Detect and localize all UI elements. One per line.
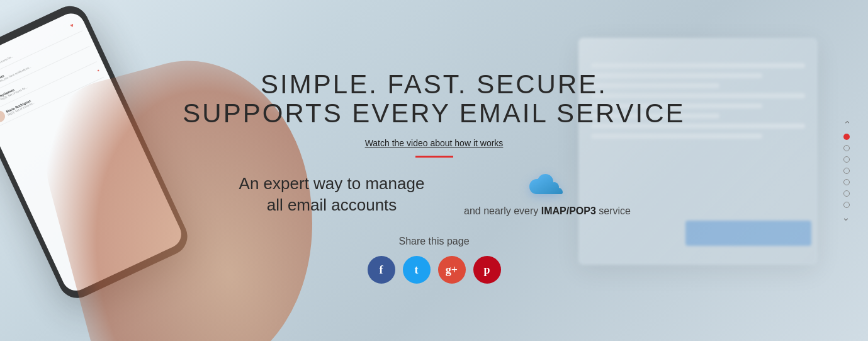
twitter-share-button[interactable]: t [403, 256, 431, 284]
nav-dot-5[interactable] [843, 179, 850, 185]
sidebar-nav: › › [840, 116, 853, 226]
feature-left-text: An expert way to manage all email accoun… [239, 174, 425, 214]
nav-dot-3[interactable] [843, 156, 850, 163]
feature-left: An expert way to manage all email accoun… [237, 173, 426, 216]
cloud-icon [529, 173, 566, 199]
headline-line1: SIMPLE. FAST. SECURE. [183, 70, 685, 99]
nav-dot-6[interactable] [843, 190, 850, 197]
imap-highlight: IMAP/POP3 [541, 205, 596, 216]
pinterest-share-button[interactable]: p [473, 256, 501, 284]
nav-dot-7[interactable] [843, 202, 850, 208]
social-buttons: f t g+ p [368, 256, 501, 284]
main-content: SIMPLE. FAST. SECURE. SUPPORTS EVERY EMA… [0, 0, 868, 341]
nav-dot-2[interactable] [843, 145, 850, 151]
googleplus-share-button[interactable]: g+ [438, 256, 466, 284]
share-section: Share this page f t g+ p [368, 236, 501, 284]
nav-dot-1[interactable] [843, 134, 850, 140]
red-divider [415, 156, 453, 158]
nav-dot-4[interactable] [843, 168, 850, 174]
headline-line2: SUPPORTS EVERY EMAIL SERVICE [183, 99, 685, 128]
headline: SIMPLE. FAST. SECURE. SUPPORTS EVERY EMA… [183, 70, 685, 128]
nav-down-arrow[interactable]: › [840, 213, 853, 226]
video-link[interactable]: Watch the video about how it works [365, 138, 504, 148]
features-row: An expert way to manage all email accoun… [237, 173, 631, 217]
imap-text: and nearly every IMAP/POP3 service [464, 205, 631, 217]
feature-right: and nearly every IMAP/POP3 service [464, 173, 631, 217]
imap-suffix: service [596, 205, 631, 216]
imap-prefix: and nearly every [464, 205, 541, 216]
nav-up-arrow[interactable]: › [840, 116, 853, 129]
facebook-share-button[interactable]: f [368, 256, 395, 284]
share-label: Share this page [368, 236, 501, 247]
